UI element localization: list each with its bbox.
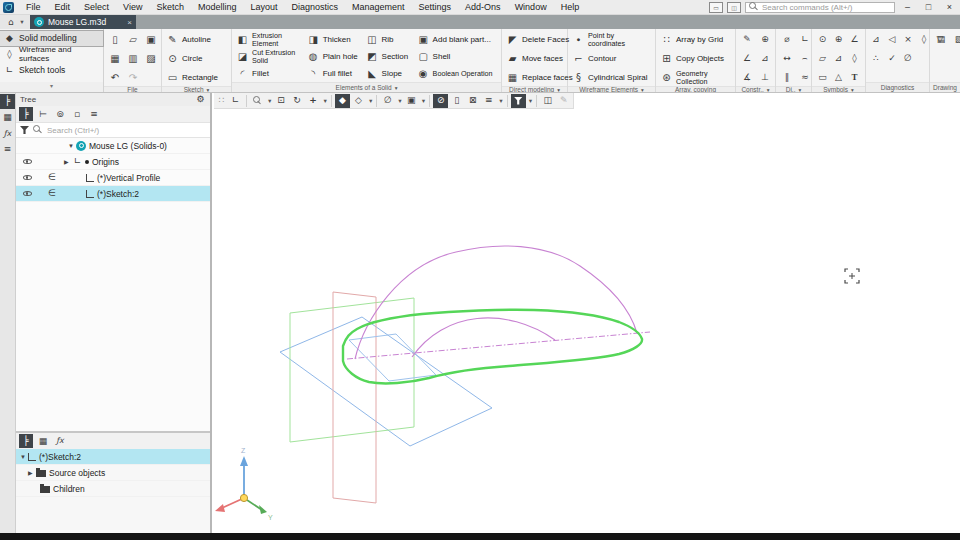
menu-sketch[interactable]: Sketch	[149, 0, 191, 14]
orbit-button[interactable]	[289, 94, 304, 108]
circle-button[interactable]: Circle	[165, 50, 228, 67]
tolerance-frame-icon[interactable]	[849, 53, 860, 64]
arc-dim-icon[interactable]	[800, 53, 811, 64]
menu-modelling[interactable]: Modelling	[191, 0, 244, 14]
tree-row-vertical-profile[interactable]: (*)Vertical Profile	[16, 170, 210, 186]
filter-button[interactable]	[511, 94, 526, 108]
rib-button[interactable]: Rib	[365, 31, 414, 48]
menu-management[interactable]: Management	[345, 0, 412, 14]
profile-inner-arc[interactable]	[412, 318, 555, 357]
save-as-icon[interactable]	[145, 52, 158, 65]
menu-addons[interactable]: Add-Ons	[458, 0, 508, 14]
check-surface-icon[interactable]	[887, 34, 898, 45]
hide-objects-button[interactable]	[380, 94, 395, 108]
image-capture-button[interactable]	[404, 94, 419, 108]
delete-faces-button[interactable]: Delete Faces	[505, 31, 564, 48]
tree-search-input[interactable]: Search (Ctrl+/)	[16, 122, 210, 138]
menu-file[interactable]: File	[19, 0, 48, 14]
geometry-collection-button[interactable]: Geometry Collection	[659, 69, 732, 86]
orientation-caret-icon[interactable]: ▼	[322, 98, 327, 104]
base-symbol-icon[interactable]	[833, 72, 844, 83]
cut-extrusion-button[interactable]: Cut Extrusion Solid	[235, 48, 304, 65]
columns-button[interactable]	[540, 94, 555, 108]
mode-sketch-tools[interactable]: Sketch tools	[0, 63, 103, 78]
create-sketch-button[interactable]	[228, 94, 243, 108]
dual-screen-icon[interactable]: ◫	[727, 2, 741, 13]
tree-row-root[interactable]: ▼ Mouse LG (Solids-0)	[16, 138, 210, 154]
contour-button[interactable]: Contour	[571, 50, 652, 67]
array-by-grid-button[interactable]: Array by Grid	[659, 31, 732, 48]
layers-button[interactable]	[481, 94, 496, 108]
maximize-button[interactable]: □	[920, 1, 937, 13]
relations-variables-button[interactable]	[53, 434, 67, 448]
parameters-panel-button[interactable]	[0, 110, 15, 125]
linear-dim-icon[interactable]	[782, 53, 793, 64]
angle-constraint-icon[interactable]	[742, 53, 753, 64]
check-intersections-icon[interactable]	[903, 34, 914, 45]
drawing-views-icon[interactable]	[954, 34, 960, 45]
measure-icon[interactable]	[871, 53, 882, 64]
new-document-icon[interactable]	[109, 33, 122, 46]
replace-faces-button[interactable]: Replace faces	[505, 69, 564, 86]
text-icon[interactable]	[849, 72, 860, 83]
toolbar-grip-icon[interactable]	[216, 95, 227, 106]
autoline-button[interactable]: Autoline	[165, 31, 228, 48]
centerline[interactable]	[347, 332, 650, 359]
mode-expand-caret[interactable]: ▾	[0, 82, 103, 92]
coincidence-icon[interactable]	[760, 34, 771, 45]
command-search-input[interactable]: Search commands (Alt+/)	[745, 2, 895, 13]
panel-menu-button[interactable]	[0, 142, 15, 157]
tangent-icon[interactable]	[760, 53, 771, 64]
tree-structure-view-button[interactable]	[19, 107, 33, 121]
wireframe-view-button[interactable]	[351, 94, 366, 108]
relations-row-sketch2[interactable]: ▼ (*)Sketch:2	[16, 449, 210, 465]
extrusion-element-button[interactable]: Extrusion Element	[235, 31, 304, 48]
plane-xy[interactable]	[280, 317, 492, 446]
menu-window[interactable]: Window	[508, 0, 554, 14]
visibility-eye-icon[interactable]	[22, 188, 33, 199]
minimize-button[interactable]: –	[899, 1, 916, 13]
weld-symbol-icon[interactable]	[833, 53, 844, 64]
visibility-eye-icon[interactable]	[22, 172, 33, 183]
datum-icon[interactable]	[817, 34, 828, 45]
thicken-button[interactable]: Thicken	[306, 31, 363, 48]
zoom-fit-button[interactable]	[273, 94, 288, 108]
tolerance-icon[interactable]	[800, 72, 811, 83]
validate-icon[interactable]	[887, 53, 898, 64]
copy-objects-button[interactable]: Copy Objects	[659, 50, 732, 67]
move-faces-button[interactable]: Move faces	[505, 50, 564, 67]
point-by-coordinates-button[interactable]: Point by coordinates	[571, 31, 652, 48]
sketch2-outline[interactable]	[343, 310, 642, 384]
parallel-dim-icon[interactable]	[782, 72, 793, 83]
menu-diagnostics[interactable]: Diagnostics	[284, 0, 345, 14]
slope-button[interactable]: Slope	[365, 65, 414, 82]
orientation-button[interactable]	[305, 94, 320, 108]
refresh-button[interactable]	[465, 94, 480, 108]
document-tab-active[interactable]: Mouse LG.m3d ×	[30, 15, 136, 29]
shell-button[interactable]: Shell	[416, 48, 498, 65]
mode-wireframe-surfaces[interactable]: Wireframe and surfaces	[0, 46, 103, 63]
menu-layout[interactable]: Layout	[243, 0, 284, 14]
filter-caret-icon[interactable]: ▼	[528, 98, 533, 104]
constraint-icon[interactable]	[742, 34, 753, 45]
marking-icon[interactable]	[817, 72, 828, 83]
check-curvature-icon[interactable]	[871, 34, 882, 45]
menu-select[interactable]: Select	[77, 0, 116, 14]
filter-funnel-icon[interactable]	[20, 126, 29, 134]
capture-caret-icon[interactable]: ▼	[421, 98, 426, 104]
plane-zx[interactable]	[290, 298, 414, 442]
collapse-caret-icon[interactable]: ▼	[20, 454, 28, 460]
model-canvas[interactable]: Z Y	[214, 93, 960, 533]
print-icon[interactable]	[109, 52, 122, 65]
measure-angle-icon[interactable]	[742, 72, 753, 83]
screen-layout-icon[interactable]: ▭	[709, 2, 723, 13]
tree-relations-button[interactable]	[53, 107, 67, 121]
relations-row-children[interactable]: Children	[16, 481, 210, 497]
undo-icon[interactable]	[109, 71, 122, 84]
perpendicular-icon[interactable]	[760, 72, 771, 83]
add-blank-part-button[interactable]: Add blank part...	[416, 31, 498, 48]
center-mark-icon[interactable]	[833, 34, 844, 45]
full-fillet-button[interactable]: Full fillet	[306, 65, 363, 82]
leader-icon[interactable]	[849, 34, 860, 45]
relations-list-button[interactable]	[36, 434, 50, 448]
